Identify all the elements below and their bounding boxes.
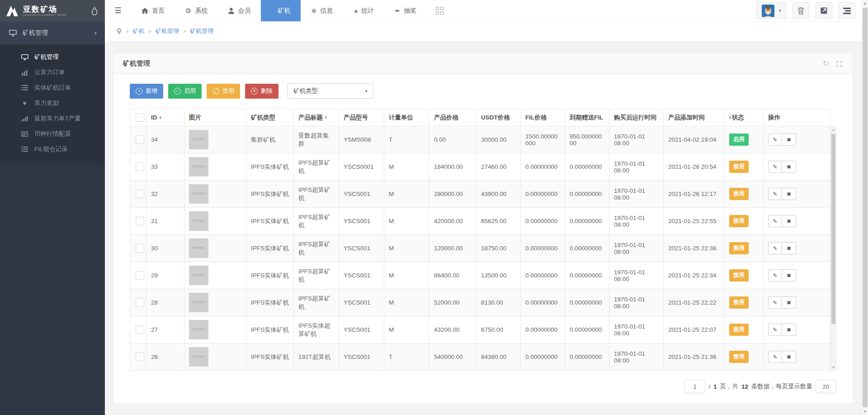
cell-product-price: 184000.00 — [429, 153, 476, 181]
edit-row-button[interactable]: ✎ — [768, 351, 782, 363]
page-size-input[interactable] — [816, 380, 836, 393]
cell-status: 禁用 — [725, 343, 764, 371]
user-avatar-menu[interactable]: ▾ — [757, 2, 786, 19]
trash-icon — [797, 7, 804, 14]
nav-item-lottery[interactable]: ✒ 抽奖 — [384, 0, 427, 21]
window-scrollbar[interactable]: ▲ ▼ — [862, 0, 868, 415]
right-panel-toggle-button[interactable] — [839, 2, 855, 19]
sidebar-item-fil-lock-records[interactable]: FIL锁仓记录 — [0, 142, 105, 157]
row-checkbox[interactable] — [136, 271, 144, 280]
sidebar-group-miner-management[interactable]: 矿机管理 ▾ — [0, 22, 105, 44]
sidebar-item-coin-market-config[interactable]: 币种行情配置 — [0, 126, 105, 142]
row-checkbox[interactable] — [136, 244, 144, 253]
sidebar-item-miner-management[interactable]: 矿机管理 — [0, 49, 105, 65]
edit-row-button[interactable]: ✎ — [768, 134, 782, 146]
select-all-checkbox[interactable] — [136, 113, 144, 122]
breadcrumb-link-miner-management[interactable]: 矿机管理 — [156, 27, 179, 35]
delete-row-button[interactable]: ✖ — [782, 215, 796, 227]
page-number-input[interactable] — [684, 380, 705, 393]
delete-row-button[interactable]: ✖ — [782, 188, 796, 200]
apps-grid-icon-button[interactable] — [427, 0, 453, 21]
delete-button[interactable]: ✕ 删除 — [245, 84, 278, 99]
row-checkbox[interactable] — [136, 190, 144, 198]
expand-icon[interactable] — [836, 60, 843, 67]
trash-button[interactable] — [793, 2, 809, 19]
gear-icon: ⚙ — [185, 7, 191, 15]
cell-status: 禁用 — [725, 289, 764, 316]
scroll-down-icon[interactable]: ▼ — [831, 366, 836, 369]
delete-row-button[interactable]: ✖ — [782, 134, 796, 146]
breadcrumb-current[interactable]: 矿机管理 — [190, 27, 213, 35]
cell-product-model: YSCS0001 — [339, 153, 384, 181]
nav-item-home[interactable]: 首页 — [131, 0, 175, 21]
nav-item-statistics[interactable]: ◕ 统计 — [343, 0, 384, 21]
miners-table: ID▴▾ 图片 矿机类型 产品标题▴▾ 产品型号 计量单位 产品价格 USDT价… — [130, 109, 836, 371]
edit-row-button[interactable]: ✎ — [768, 324, 782, 336]
status-badge: 禁用 — [729, 188, 749, 200]
row-checkbox[interactable] — [136, 325, 144, 334]
col-id[interactable]: ID▴▾ — [146, 109, 184, 126]
table-scrollbar-thumb[interactable] — [831, 134, 835, 324]
cell-product-title: IPFS超算矿机 — [294, 289, 339, 316]
cell-added-time: 2021-01-25 21:36 — [664, 343, 725, 371]
delete-row-button[interactable]: ✖ — [782, 269, 796, 281]
edit-row-button[interactable]: ✎ — [768, 188, 782, 200]
scroll-down-icon[interactable]: ▼ — [862, 410, 868, 414]
edit-row-button[interactable]: ✎ — [768, 215, 782, 227]
sidebar-toggle-icon[interactable]: ☰ — [105, 0, 131, 21]
miner-type-select[interactable]: 矿机类型 ▾ — [288, 83, 373, 99]
product-image-placeholder: 找不到图片 — [189, 293, 208, 312]
asterisk-icon: ✲ — [311, 7, 316, 14]
delete-row-button[interactable]: ✖ — [782, 351, 796, 363]
breadcrumb-link-miners[interactable]: 矿机 — [132, 27, 144, 35]
status-badge: 启用 — [729, 134, 749, 146]
nav-item-info[interactable]: ✲ 信息 — [301, 0, 343, 21]
scroll-up-icon[interactable]: ▲ — [831, 128, 836, 131]
cell-product-model: YSCS001 — [339, 235, 384, 262]
cell-fil-price: 0.00000000 — [521, 153, 565, 181]
edit-icon: ✎ — [773, 164, 777, 170]
col-product-title[interactable]: 产品标题▴▾ — [294, 109, 339, 126]
edit-row-button[interactable]: ✎ — [768, 242, 782, 254]
edit-row-button[interactable]: ✎ — [768, 161, 782, 173]
nav-item-members[interactable]: 会员 — [218, 0, 261, 21]
sidebar-item-hashrate-rewards[interactable]: ♥ 算力奖励 — [0, 95, 105, 111]
nav-item-miners[interactable]: 矿机 — [261, 0, 301, 21]
disable-button[interactable]: ╱ 禁用 — [207, 84, 240, 99]
sidebar-item-latest-output-per-t[interactable]: 最新算力单T产量 — [0, 111, 105, 126]
row-checkbox[interactable] — [136, 217, 144, 225]
cell-image: 找不到图片 — [184, 153, 246, 181]
row-checkbox[interactable] — [136, 135, 144, 144]
miner-management-panel: 矿机管理 ↻ + 新增 ✓ — [113, 53, 853, 404]
table-scrollbar[interactable]: ▲ ▼ — [830, 126, 836, 371]
cell-runtime: 1970-01-01 08:00 — [609, 208, 664, 235]
edit-row-button[interactable]: ✎ — [768, 296, 782, 309]
desktop-icon — [9, 30, 17, 36]
sidebar-item-cloud-hashrate-orders[interactable]: 云算力订单 — [0, 65, 105, 80]
col-status[interactable]: ▴▾状态 — [725, 109, 764, 126]
table-row: 28 找不到图片 IPFS实体矿机 IPFS超算矿机 YSCS001 M 520… — [130, 289, 830, 316]
cell-actions: ✎ ✖ — [764, 289, 830, 316]
cell-id: 31 — [146, 208, 184, 235]
row-checkbox[interactable] — [136, 353, 144, 361]
col-fil-price: FIL价格 — [521, 109, 565, 126]
cell-usdt-price: 18750.00 — [476, 235, 521, 262]
open-external-button[interactable] — [816, 2, 832, 19]
row-checkbox[interactable] — [136, 162, 144, 171]
row-checkbox[interactable] — [136, 298, 144, 307]
refresh-icon[interactable]: ↻ — [823, 59, 829, 68]
delete-row-button[interactable]: ✖ — [782, 296, 796, 309]
add-button[interactable]: + 新增 — [130, 84, 163, 99]
delete-row-button[interactable]: ✖ — [782, 161, 796, 173]
sidebar-item-physical-miner-orders[interactable]: 实体矿机订单 — [0, 80, 105, 95]
delete-row-button[interactable]: ✖ — [782, 324, 796, 336]
nav-item-system[interactable]: ⚙ 系统 — [175, 0, 218, 21]
cell-product-title: IPFS超算矿机 — [294, 153, 339, 181]
cell-runtime: 1970-01-01 08:00 — [609, 126, 664, 153]
enable-button[interactable]: ✓ 启用 — [168, 84, 202, 99]
scroll-up-icon[interactable]: ▲ — [862, 1, 868, 5]
delete-row-button[interactable]: ✖ — [782, 242, 796, 254]
logo-area[interactable]: 亚数矿场 ASIAN DIGITAL CURRENCY MINING — [0, 0, 105, 22]
window-scrollbar-thumb[interactable] — [863, 8, 868, 407]
edit-row-button[interactable]: ✎ — [768, 269, 782, 281]
